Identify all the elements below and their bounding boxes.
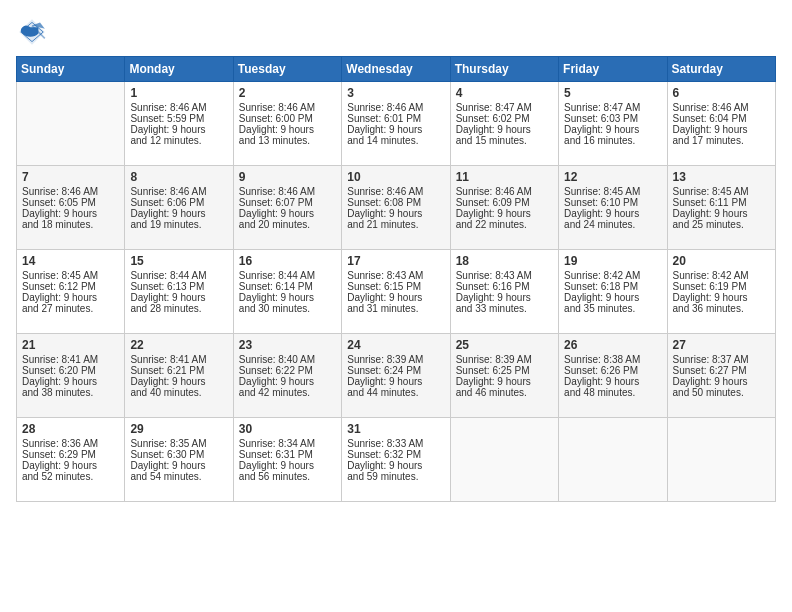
- day-info: and 28 minutes.: [130, 303, 227, 314]
- day-info: Daylight: 9 hours: [456, 292, 553, 303]
- calendar-cell: 4Sunrise: 8:47 AMSunset: 6:02 PMDaylight…: [450, 82, 558, 166]
- day-info: Daylight: 9 hours: [130, 292, 227, 303]
- calendar-week-4: 21Sunrise: 8:41 AMSunset: 6:20 PMDayligh…: [17, 334, 776, 418]
- day-number: 21: [22, 338, 119, 352]
- day-info: Daylight: 9 hours: [130, 460, 227, 471]
- day-number: 14: [22, 254, 119, 268]
- day-info: and 48 minutes.: [564, 387, 661, 398]
- day-info: Sunrise: 8:33 AM: [347, 438, 444, 449]
- day-info: and 27 minutes.: [22, 303, 119, 314]
- calendar-cell: 6Sunrise: 8:46 AMSunset: 6:04 PMDaylight…: [667, 82, 775, 166]
- day-info: Sunset: 6:01 PM: [347, 113, 444, 124]
- day-info: and 19 minutes.: [130, 219, 227, 230]
- col-header-wednesday: Wednesday: [342, 57, 450, 82]
- calendar-cell: 22Sunrise: 8:41 AMSunset: 6:21 PMDayligh…: [125, 334, 233, 418]
- day-info: and 42 minutes.: [239, 387, 336, 398]
- day-number: 1: [130, 86, 227, 100]
- day-info: Sunset: 6:08 PM: [347, 197, 444, 208]
- calendar-cell: 24Sunrise: 8:39 AMSunset: 6:24 PMDayligh…: [342, 334, 450, 418]
- calendar-cell: 29Sunrise: 8:35 AMSunset: 6:30 PMDayligh…: [125, 418, 233, 502]
- day-info: and 54 minutes.: [130, 471, 227, 482]
- day-info: Sunset: 6:07 PM: [239, 197, 336, 208]
- day-info: Daylight: 9 hours: [347, 208, 444, 219]
- day-info: and 46 minutes.: [456, 387, 553, 398]
- day-number: 24: [347, 338, 444, 352]
- col-header-thursday: Thursday: [450, 57, 558, 82]
- calendar-cell: 18Sunrise: 8:43 AMSunset: 6:16 PMDayligh…: [450, 250, 558, 334]
- day-info: and 52 minutes.: [22, 471, 119, 482]
- day-info: and 18 minutes.: [22, 219, 119, 230]
- day-number: 5: [564, 86, 661, 100]
- day-info: Sunrise: 8:46 AM: [347, 102, 444, 113]
- calendar-cell: 30Sunrise: 8:34 AMSunset: 6:31 PMDayligh…: [233, 418, 341, 502]
- page-header: [16, 16, 776, 48]
- day-info: Sunset: 6:27 PM: [673, 365, 770, 376]
- day-info: Sunset: 6:15 PM: [347, 281, 444, 292]
- calendar-cell: 11Sunrise: 8:46 AMSunset: 6:09 PMDayligh…: [450, 166, 558, 250]
- calendar-cell: 28Sunrise: 8:36 AMSunset: 6:29 PMDayligh…: [17, 418, 125, 502]
- calendar-cell: 14Sunrise: 8:45 AMSunset: 6:12 PMDayligh…: [17, 250, 125, 334]
- calendar-cell: 27Sunrise: 8:37 AMSunset: 6:27 PMDayligh…: [667, 334, 775, 418]
- day-info: Daylight: 9 hours: [564, 124, 661, 135]
- day-info: Sunrise: 8:43 AM: [456, 270, 553, 281]
- day-info: Sunset: 6:00 PM: [239, 113, 336, 124]
- day-info: Sunrise: 8:45 AM: [22, 270, 119, 281]
- day-number: 2: [239, 86, 336, 100]
- day-info: Sunset: 6:19 PM: [673, 281, 770, 292]
- calendar-cell: [667, 418, 775, 502]
- day-number: 22: [130, 338, 227, 352]
- day-number: 23: [239, 338, 336, 352]
- day-info: Sunrise: 8:40 AM: [239, 354, 336, 365]
- day-info: Sunrise: 8:46 AM: [239, 186, 336, 197]
- day-number: 10: [347, 170, 444, 184]
- day-info: Sunset: 6:31 PM: [239, 449, 336, 460]
- day-number: 12: [564, 170, 661, 184]
- day-number: 27: [673, 338, 770, 352]
- day-info: Sunrise: 8:41 AM: [130, 354, 227, 365]
- day-info: Sunset: 6:05 PM: [22, 197, 119, 208]
- day-number: 8: [130, 170, 227, 184]
- day-number: 11: [456, 170, 553, 184]
- calendar-cell: 20Sunrise: 8:42 AMSunset: 6:19 PMDayligh…: [667, 250, 775, 334]
- day-info: and 22 minutes.: [456, 219, 553, 230]
- day-info: Sunset: 6:09 PM: [456, 197, 553, 208]
- calendar-cell: 2Sunrise: 8:46 AMSunset: 6:00 PMDaylight…: [233, 82, 341, 166]
- day-info: and 16 minutes.: [564, 135, 661, 146]
- day-info: Daylight: 9 hours: [456, 124, 553, 135]
- calendar-cell: 25Sunrise: 8:39 AMSunset: 6:25 PMDayligh…: [450, 334, 558, 418]
- day-number: 4: [456, 86, 553, 100]
- day-info: Sunrise: 8:39 AM: [456, 354, 553, 365]
- day-info: Daylight: 9 hours: [564, 208, 661, 219]
- day-number: 9: [239, 170, 336, 184]
- day-number: 25: [456, 338, 553, 352]
- calendar-table: SundayMondayTuesdayWednesdayThursdayFrid…: [16, 56, 776, 502]
- day-info: Sunrise: 8:46 AM: [673, 102, 770, 113]
- day-info: Sunrise: 8:45 AM: [564, 186, 661, 197]
- day-info: and 44 minutes.: [347, 387, 444, 398]
- day-info: and 33 minutes.: [456, 303, 553, 314]
- day-info: and 24 minutes.: [564, 219, 661, 230]
- day-number: 3: [347, 86, 444, 100]
- day-info: Sunrise: 8:35 AM: [130, 438, 227, 449]
- day-info: and 21 minutes.: [347, 219, 444, 230]
- day-info: Daylight: 9 hours: [130, 208, 227, 219]
- day-info: Sunset: 6:29 PM: [22, 449, 119, 460]
- day-info: Sunrise: 8:34 AM: [239, 438, 336, 449]
- calendar-cell: 1Sunrise: 8:46 AMSunset: 5:59 PMDaylight…: [125, 82, 233, 166]
- day-number: 28: [22, 422, 119, 436]
- day-number: 31: [347, 422, 444, 436]
- calendar-week-2: 7Sunrise: 8:46 AMSunset: 6:05 PMDaylight…: [17, 166, 776, 250]
- day-info: Daylight: 9 hours: [456, 208, 553, 219]
- day-info: Sunset: 6:03 PM: [564, 113, 661, 124]
- day-info: Sunset: 6:25 PM: [456, 365, 553, 376]
- day-info: and 17 minutes.: [673, 135, 770, 146]
- calendar-cell: 23Sunrise: 8:40 AMSunset: 6:22 PMDayligh…: [233, 334, 341, 418]
- day-info: Sunrise: 8:36 AM: [22, 438, 119, 449]
- day-info: Sunrise: 8:46 AM: [130, 186, 227, 197]
- day-info: Sunrise: 8:37 AM: [673, 354, 770, 365]
- day-info: Daylight: 9 hours: [673, 208, 770, 219]
- day-info: Sunset: 6:16 PM: [456, 281, 553, 292]
- day-info: and 36 minutes.: [673, 303, 770, 314]
- day-number: 18: [456, 254, 553, 268]
- day-info: Sunset: 6:12 PM: [22, 281, 119, 292]
